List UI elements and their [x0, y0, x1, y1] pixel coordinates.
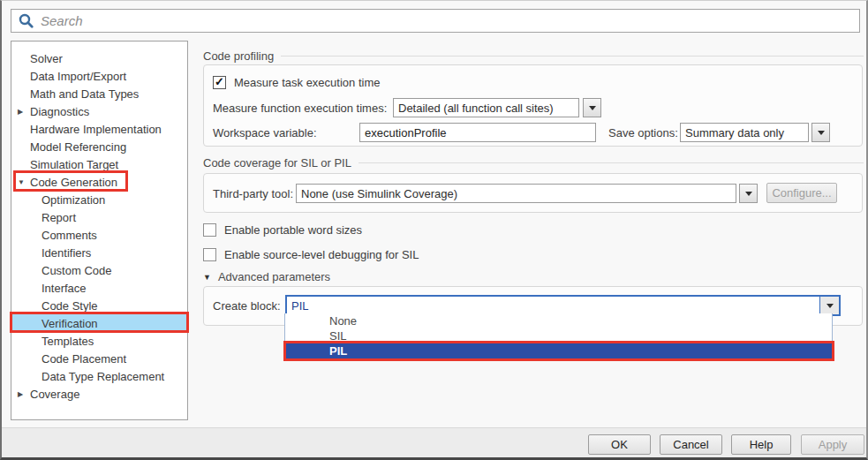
dropdown-arrow-icon [818, 131, 825, 135]
sidebar-item-identifiers[interactable]: Identifiers [11, 244, 187, 261]
sidebar-item-data-type-replacement[interactable]: Data Type Replacement [11, 367, 187, 385]
source-level-debug-row: Enable source-level debugging for SIL [203, 245, 419, 263]
sidebar-item-optimization[interactable]: Optimization [11, 191, 187, 208]
save-options-combobox[interactable]: Summary data only [680, 123, 809, 142]
cancel-button[interactable]: Cancel [660, 434, 722, 455]
help-button[interactable]: Help [731, 434, 791, 455]
measure-task-execution-label: Measure task execution time [234, 76, 380, 89]
configuration-parameters-dialog: Solver Data Import/Export Math and Data … [0, 0, 868, 460]
chevron-right-icon[interactable]: ▶ [18, 390, 23, 398]
measure-function-value: Detailed (all function call sites) [398, 102, 554, 115]
section-header-code-coverage: Code coverage for SIL or PIL [203, 156, 864, 170]
section-title: Advanced parameters [218, 270, 330, 283]
sidebar-nav: Solver Data Import/Export Math and Data … [11, 41, 188, 420]
measure-function-row: Measure function execution times: [213, 98, 387, 117]
configure-button[interactable]: Configure... [766, 183, 837, 203]
save-options-dropdown-button[interactable] [811, 123, 830, 142]
sidebar-item-model-referencing[interactable]: Model Referencing [11, 138, 187, 155]
sidebar-item-math-and-data-types[interactable]: Math and Data Types [11, 85, 187, 102]
portable-word-sizes-checkbox[interactable] [203, 223, 216, 237]
portable-word-sizes-row: Enable portable word sizes [203, 221, 362, 238]
create-block-row: Create block: [213, 295, 281, 316]
save-options-label: Save options: [608, 126, 678, 140]
sidebar-item-verification[interactable]: Verification [11, 314, 187, 332]
sidebar-item-coverage[interactable]: ▶Coverage [11, 385, 187, 403]
third-party-tool-combobox[interactable]: None (use Simulink Coverage) [296, 184, 736, 203]
chevron-down-icon: ▼ [203, 273, 211, 282]
sidebar-item-data-import-export[interactable]: Data Import/Export [11, 67, 187, 85]
source-level-debug-checkbox[interactable] [203, 248, 216, 261]
section-title: Code coverage for SIL or PIL [203, 156, 351, 170]
measure-task-execution-checkbox[interactable] [213, 76, 226, 89]
workspace-variable-row: Workspace variable: [213, 123, 317, 142]
third-party-tool-row: Third-party tool: [213, 184, 293, 203]
divider [359, 162, 864, 163]
workspace-variable-label: Workspace variable: [213, 126, 317, 140]
save-options-value: Summary data only [685, 126, 784, 140]
dropdown-option-pil[interactable]: PIL [285, 343, 832, 358]
sidebar-item-report[interactable]: Report [11, 208, 187, 226]
sidebar-item-hardware-implementation[interactable]: Hardware Implementation [11, 120, 187, 138]
create-block-label: Create block: [213, 299, 281, 313]
code-profiling-groupbox: Measure task execution time Measure func… [203, 64, 863, 147]
dropdown-arrow-icon [745, 192, 752, 196]
source-level-debug-label: Enable source-level debugging for SIL [224, 248, 419, 261]
divider [281, 56, 864, 57]
chevron-down-icon[interactable]: ▼ [18, 178, 25, 186]
measure-function-combobox[interactable]: Detailed (all function call sites) [393, 98, 579, 117]
dropdown-option-none[interactable]: None [285, 313, 832, 328]
measure-function-label: Measure function execution times: [213, 102, 387, 115]
code-coverage-groupbox: Third-party tool: None (use Simulink Cov… [203, 173, 863, 213]
measure-task-execution-row: Measure task execution time [213, 73, 380, 91]
annotation-box-verification [10, 312, 189, 333]
settings-panel: Code profiling Measure task execution ti… [196, 41, 867, 427]
create-block-dropdown-button[interactable] [819, 297, 839, 314]
third-party-tool-label: Third-party tool: [213, 187, 293, 200]
workspace-variable-input[interactable] [359, 123, 596, 142]
sidebar-item-code-placement[interactable]: Code Placement [11, 350, 187, 367]
sidebar-item-code-style[interactable]: Code Style [11, 297, 187, 314]
dialog-footer: OK Cancel Help Apply [2, 427, 866, 458]
ok-button[interactable]: OK [588, 434, 651, 455]
measure-function-dropdown-button[interactable] [583, 98, 601, 117]
third-party-tool-value: None (use Simulink Coverage) [301, 187, 457, 200]
chevron-right-icon[interactable]: ▶ [18, 108, 23, 116]
section-header-code-profiling: Code profiling [203, 49, 864, 63]
sidebar-item-custom-code[interactable]: Custom Code [11, 261, 187, 279]
dropdown-arrow-icon [826, 304, 834, 308]
dropdown-arrow-icon [589, 106, 596, 110]
search-icon [19, 13, 34, 28]
portable-word-sizes-label: Enable portable word sizes [224, 223, 362, 237]
sidebar-item-diagnostics[interactable]: ▶Diagnostics [11, 102, 187, 120]
dropdown-option-sil[interactable]: SIL [285, 328, 832, 343]
search-bar[interactable] [11, 9, 860, 33]
sidebar-item-interface[interactable]: Interface [11, 279, 187, 297]
apply-button[interactable]: Apply [801, 434, 864, 455]
save-options-row: Save options: [608, 123, 678, 142]
sidebar-item-templates[interactable]: Templates [11, 332, 187, 350]
create-block-value: PIL [287, 297, 819, 314]
sidebar-item-code-generation[interactable]: ▼ Code Generation [11, 173, 187, 191]
section-title: Code profiling [203, 49, 274, 63]
sidebar-item-comments[interactable]: Comments [11, 226, 187, 244]
search-input[interactable] [41, 13, 859, 28]
third-party-tool-dropdown-button[interactable] [739, 184, 758, 203]
create-block-dropdown-list: None SIL PIL [284, 313, 833, 359]
advanced-parameters-header[interactable]: ▼ Advanced parameters [203, 270, 857, 283]
sidebar-item-solver[interactable]: Solver [11, 49, 187, 67]
sidebar-item-simulation-target[interactable]: Simulation Target [11, 155, 187, 173]
